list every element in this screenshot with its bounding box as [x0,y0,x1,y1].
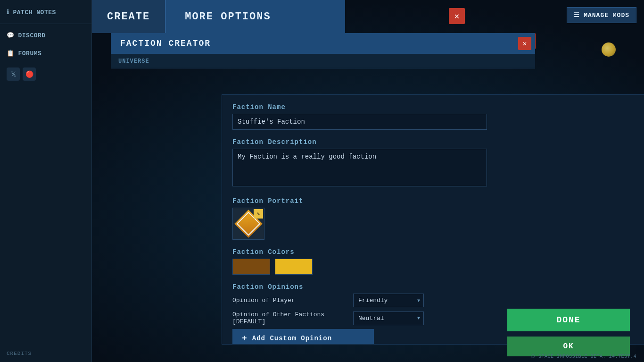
faction-name-label: Faction Name [232,103,635,111]
faction-creator-header: FACTION CREATOR ✕ [111,33,535,54]
faction-name-input[interactable] [232,114,487,130]
opinion-player-label: Opinion of Player [232,297,346,304]
opinion-other-label: Opinion of Other Factions [DEFAULT] [232,311,346,325]
faction-creator-panel: FACTION CREATOR ✕ UNIVERSE Faction Name … [111,33,535,68]
more-options-close-button[interactable]: ✕ [449,8,465,24]
colors-row [232,259,635,275]
sidebar-item-patch-notes[interactable]: ℹ PATCH NOTES [0,4,91,21]
more-options-tab[interactable]: MORE OPTIONS [166,0,345,33]
create-tab[interactable]: CREATE [92,0,166,33]
faction-creator-close-button[interactable]: ✕ [518,37,531,50]
faction-colors-label: Faction Colors [232,248,635,256]
sidebar-social-links: 𝕏 🔴 [0,63,91,85]
version-label: ⬡ SPACE IMPOSSIBLE BETA. 14.TEST.4 [531,354,636,359]
manage-mods-button[interactable]: ☰ MANAGE MODS [567,7,636,23]
pencil-icon: ✎ [257,211,260,217]
portrait-container: ✎ [232,208,635,240]
faction-description-label: Faction Description [232,138,635,146]
more-options-label: MORE OPTIONS [185,11,271,23]
sidebar-forums-label: FORUMS [18,50,42,57]
opinion-other-select[interactable]: Neutral Friendly Hostile Cautious [353,311,424,325]
sidebar: ℹ PATCH NOTES 💬 DISCORD 📋 FORUMS 𝕏 🔴 CRE… [0,0,92,362]
forums-icon: 📋 [7,50,15,57]
faction-creator-content: Faction Name Faction Description My Fact… [222,94,644,345]
opinion-player-select-wrapper: Friendly Neutral Hostile Cautious [353,294,424,307]
opinion-other-select-wrapper: Neutral Friendly Hostile Cautious [353,311,424,325]
portrait-edit-icon: ✎ [254,209,263,219]
universe-tab[interactable]: UNIVERSE [118,58,149,65]
sidebar-divider [0,24,91,24]
faction-creator-title: FACTION CREATOR [120,39,211,48]
list-icon: ☰ [574,11,580,19]
sidebar-discord-label: DISCORD [18,32,46,39]
plus-icon: + [242,334,248,343]
close-icon-header: ✕ [522,39,527,48]
topbar: CREATE MORE OPTIONS ✕ [92,0,644,33]
sidebar-credits[interactable]: CREDITS [7,351,32,356]
faction-opinions-label: Faction Opinions [232,283,635,291]
create-label: CREATE [107,11,150,23]
color-swatch-1[interactable] [232,259,270,275]
faction-portrait-label: Faction Portrait [232,197,635,205]
sidebar-item-discord[interactable]: 💬 DISCORD [0,27,91,44]
info-icon: ℹ [7,8,9,16]
twitter-icon[interactable]: 𝕏 [7,67,20,81]
add-custom-opinion-button[interactable]: + Add Custom Opinion [232,329,374,345]
reddit-icon[interactable]: 🔴 [23,67,36,81]
color-swatch-2[interactable] [275,259,313,275]
add-custom-opinion-label: Add Custom Opinion [252,335,332,342]
faction-description-input[interactable]: My Faction is a really good faction [232,149,487,186]
universe-tab-bar: UNIVERSE [111,54,535,68]
sidebar-item-forums[interactable]: 📋 FORUMS [0,45,91,62]
opinion-player-select[interactable]: Friendly Neutral Hostile Cautious [353,294,424,307]
done-button[interactable]: DONE [507,309,630,331]
planet-decoration [602,42,616,57]
manage-mods-label: MANAGE MODS [584,12,629,19]
close-icon: ✕ [454,11,460,21]
discord-icon: 💬 [7,32,15,39]
sidebar-patch-notes-label: PATCH NOTES [13,9,56,16]
opinion-player-row: Opinion of Player Friendly Neutral Hosti… [232,294,635,307]
portrait-box[interactable]: ✎ [232,208,264,240]
